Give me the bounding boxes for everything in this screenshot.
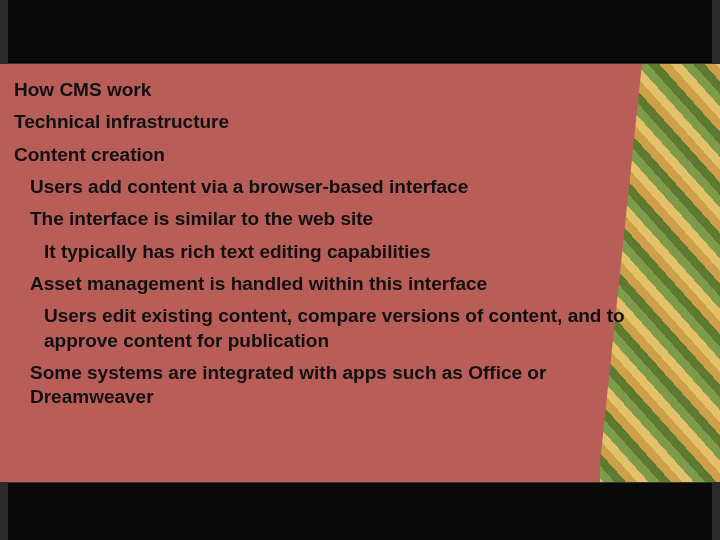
body-line: Content creation — [14, 143, 630, 167]
slide-top-bar — [0, 0, 720, 64]
body-line: Users add content via a browser-based in… — [30, 175, 630, 199]
body-line: Users edit existing content, compare ver… — [44, 304, 630, 353]
body-line: Technical infrastructure — [14, 110, 630, 134]
body-line: How CMS work — [14, 78, 630, 102]
slide-bottom-bar — [0, 482, 720, 540]
body-line: The interface is similar to the web site — [30, 207, 630, 231]
slide-body: How CMS work Technical infrastructure Co… — [14, 78, 630, 470]
body-line: Some systems are integrated with apps su… — [30, 361, 630, 410]
body-line: Asset management is handled within this … — [30, 272, 630, 296]
body-line: It typically has rich text editing capab… — [44, 240, 630, 264]
